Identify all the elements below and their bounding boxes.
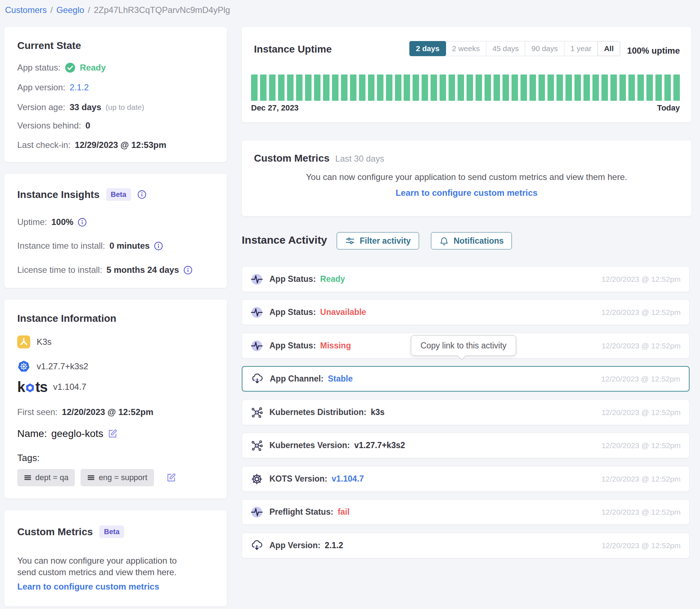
uptime-bar[interactable] [619,75,626,101]
info-icon[interactable] [137,190,146,199]
uptime-bar[interactable] [601,75,608,101]
uptime-bar[interactable] [314,75,321,101]
uptime-bar[interactable] [287,75,294,101]
activity-timestamp: 12/20/2023 @ 12:52pm [601,408,681,417]
uptime-bar[interactable] [583,75,590,101]
info-icon[interactable] [78,218,87,227]
uptime-bar[interactable] [296,75,303,101]
configure-custom-metrics-link[interactable]: Learn to configure custom metrics [242,188,691,198]
activity-timestamp: 12/20/2023 @ 12:52pm [601,541,681,550]
uptime-bar[interactable] [305,75,312,101]
activity-row-kubernetes-version[interactable]: Kubernetes Version:v1.27.7+k3s212/20/202… [242,433,690,458]
notifications-button[interactable]: Notifications [431,232,512,249]
activity-value: fail [338,507,350,517]
uptime-bar[interactable] [547,75,554,101]
activity-row-preflight-status[interactable]: Preflight Status:fail12/20/2023 @ 12:52p… [242,499,690,525]
cloud-download-icon [251,373,263,385]
activity-row-kots-version[interactable]: KOTS Version:v1.104.712/20/2023 @ 12:52p… [242,466,690,492]
filter-activity-button[interactable]: Filter activity [337,232,419,249]
beta-badge: Beta [99,525,124,538]
app-status-value: Ready [80,62,106,73]
uptime-bar[interactable] [278,75,285,101]
uptime-range-90-days[interactable]: 90 days [525,41,564,56]
activity-row-app-status[interactable]: App Status:Unavailable12/20/2023 @ 12:52… [242,299,690,325]
activity-row-app-status[interactable]: App Status:Ready12/20/2023 @ 12:52pm [242,266,690,292]
uptime-bar[interactable] [359,75,365,101]
uptime-bar[interactable] [664,75,671,101]
activity-label: App Version: [269,541,321,550]
uptime-bar[interactable] [673,75,680,101]
uptime-bar[interactable] [476,75,482,101]
uptime-bar[interactable] [251,75,258,101]
custom-metrics-right-title: Custom Metrics [254,153,329,164]
uptime-bar[interactable] [422,75,428,101]
sliders-icon [345,236,355,246]
uptime-bar[interactable] [467,75,473,101]
uptime-bar[interactable] [323,75,329,101]
info-icon[interactable] [154,242,163,251]
uptime-bar[interactable] [458,75,464,101]
custom-metrics-right-card: Custom Metrics Last 30 days You can now … [242,140,691,216]
instance-activity-title: Instance Activity [242,234,327,246]
custom-metrics-left-title: Custom Metrics [17,526,93,538]
edit-tags-icon[interactable] [166,473,176,483]
uptime-bar[interactable] [485,75,491,101]
beta-badge: Beta [106,188,131,201]
uptime-bar[interactable] [386,75,392,101]
configure-custom-metrics-link[interactable]: Learn to configure custom metrics [17,582,159,592]
info-icon[interactable] [183,266,192,275]
uptime-summary: 100% uptime [627,46,680,56]
uptime-range-45-days[interactable]: 45 days [486,41,526,56]
app-version-value[interactable]: 2.1.2 [69,82,88,93]
uptime-range-2-days[interactable]: 2 days [409,41,446,56]
instance-name-label: Name: [17,427,47,441]
uptime-bar[interactable] [565,75,572,101]
uptime-bar[interactable] [512,75,518,101]
cloud-download-icon [251,540,263,552]
filter-activity-label: Filter activity [360,236,411,246]
uptime-range-2-weeks[interactable]: 2 weeks [446,41,486,56]
copy-link-tooltip: Copy link to this activity [411,335,516,356]
activity-row-kubernetes-distribution[interactable]: Kubernetes Distribution:k3s12/20/2023 @ … [242,400,690,425]
uptime-bar[interactable] [377,75,383,101]
uptime-bar[interactable] [395,75,401,101]
uptime-range-1-year[interactable]: 1 year [564,41,598,56]
uptime-bar[interactable] [404,75,410,101]
uptime-bar[interactable] [574,75,581,101]
uptime-bar[interactable] [350,75,356,101]
first-seen-label: First seen: [17,406,58,418]
kots-version-row: k ts v1.104.7 [17,381,86,393]
uptime-bar[interactable] [413,75,419,101]
activity-row-app-version[interactable]: App Version:2.1.212/20/2023 @ 12:52pm [242,533,690,558]
custom-metrics-subtitle: Last 30 days [335,154,384,164]
breadcrumb-item-geeglo[interactable]: Geeglo [56,5,84,15]
uptime-bar[interactable] [494,75,500,101]
uptime-bar[interactable] [592,75,599,101]
uptime-bar[interactable] [431,75,437,101]
instance-name-value: geeglo-kots [51,427,103,441]
custom-metrics-left-message: You can now configure your application t… [17,555,177,578]
uptime-bar[interactable] [260,75,267,101]
kots-logo-k: k [17,381,25,393]
uptime-bar[interactable] [269,75,276,101]
activity-row-app-channel[interactable]: App Channel:Stable12/20/2023 @ 12:52pm [242,366,690,392]
uptime-bar[interactable] [521,75,527,101]
uptime-bar[interactable] [529,75,536,101]
uptime-bar[interactable] [538,75,545,101]
uptime-bar[interactable] [637,75,644,101]
uptime-bar[interactable] [332,75,338,101]
uptime-bar[interactable] [610,75,617,101]
uptime-bar[interactable] [440,75,446,101]
uptime-bar[interactable] [655,75,662,101]
edit-name-icon[interactable] [108,429,118,439]
uptime-bar[interactable] [449,75,455,101]
uptime-range-all[interactable]: All [597,41,620,56]
uptime-bar[interactable] [556,75,563,101]
uptime-bar[interactable] [368,75,374,101]
uptime-bar[interactable] [628,75,635,101]
bell-icon [439,236,449,246]
uptime-bar[interactable] [646,75,653,101]
breadcrumb-item-customers[interactable]: Customers [5,5,47,15]
uptime-bar[interactable] [503,75,509,101]
uptime-bar[interactable] [341,75,347,101]
